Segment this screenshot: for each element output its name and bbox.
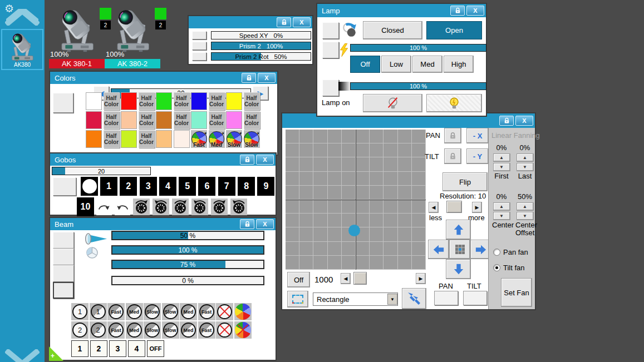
color-cell[interactable]: Half Color: [104, 92, 120, 110]
color-cell[interactable]: [156, 92, 172, 110]
color-cell[interactable]: [191, 92, 207, 110]
fixture-2-name[interactable]: AK 380-2: [105, 59, 160, 68]
nudge-left-button[interactable]: [428, 240, 449, 259]
color-cell[interactable]: [86, 130, 102, 148]
prism-rot-med-button[interactable]: Med: [126, 321, 143, 339]
fixture-1-name[interactable]: AK 380-1: [49, 59, 105, 68]
prism-rot-ccw-med-button[interactable]: Med: [180, 321, 197, 339]
color-cell[interactable]: [226, 111, 242, 129]
beam-slider-1[interactable]: 50 %: [111, 231, 264, 240]
macro-button-off[interactable]: OFF: [147, 340, 164, 357]
prism-x-button[interactable]: [216, 321, 233, 339]
color-swatch[interactable]: [226, 92, 242, 110]
pan-value-field[interactable]: [434, 291, 458, 305]
beam-flash-button[interactable]: [53, 249, 74, 265]
close-icon[interactable]: X: [256, 155, 274, 165]
beam-slider-4[interactable]: 0 %: [111, 276, 264, 285]
color-cell[interactable]: Half Color: [209, 92, 225, 110]
lamp-window-titlebar[interactable]: Lamp X: [317, 4, 486, 17]
prism-circle-1-button[interactable]: 1: [71, 303, 89, 320]
lock-icon[interactable]: [242, 73, 256, 83]
lamp-strobe-slider[interactable]: 100 %: [350, 82, 486, 90]
position-dot[interactable]: [348, 225, 360, 236]
close-icon[interactable]: X: [515, 116, 533, 126]
color-cell[interactable]: Half Color: [104, 130, 120, 148]
colors-blank-button[interactable]: [53, 93, 73, 113]
color-swatch[interactable]: [156, 111, 172, 129]
half-color-button[interactable]: Half Color: [209, 111, 225, 129]
fan-increase-button[interactable]: ▲: [517, 202, 534, 211]
fan-decrease-button[interactable]: ▼: [493, 163, 510, 171]
gobo-button-10[interactable]: 10: [77, 197, 94, 216]
resolution-more-arrow[interactable]: ▶: [472, 202, 482, 213]
prism-rot-slow-button[interactable]: Slow: [144, 303, 161, 320]
lamp-on-button[interactable]: [426, 94, 482, 112]
half-color-button[interactable]: Half Color: [174, 92, 190, 110]
color-cell[interactable]: Half Color: [104, 111, 120, 129]
prism-x-button[interactable]: [216, 303, 233, 320]
prism-rot-med-button[interactable]: Med: [126, 303, 143, 320]
beam-window-titlebar[interactable]: Beam X: [50, 218, 276, 230]
macro-button-2[interactable]: 2: [90, 340, 107, 357]
slider-prism-2[interactable]: Prism 2100%: [211, 42, 311, 50]
color-swatch[interactable]: [121, 92, 137, 110]
fan-decrease-button[interactable]: ▼: [517, 163, 534, 171]
center-position-button[interactable]: [449, 240, 470, 259]
gobo-button-2[interactable]: 2: [120, 177, 137, 196]
beam-flash-button[interactable]: [53, 282, 74, 299]
slider-speed-xy[interactable]: Speed XY0%: [211, 31, 311, 39]
tilt-lock-button[interactable]: [444, 148, 461, 164]
color-swatch[interactable]: [121, 111, 137, 129]
half-color-button[interactable]: Half Color: [104, 111, 120, 129]
diagonal-move-button[interactable]: [402, 288, 426, 309]
color-cell[interactable]: Med▾: [209, 130, 225, 148]
gobo-button-6[interactable]: 6: [198, 177, 215, 196]
prism-circle-2-button[interactable]: 2: [71, 321, 89, 339]
resolution-less-arrow[interactable]: ◀: [429, 202, 439, 213]
color-cell[interactable]: Slow▾: [226, 130, 242, 148]
gobo-rotation-button[interactable]: [230, 199, 247, 215]
fixture-1[interactable]: 100% AK 380-1: [49, 6, 105, 68]
color-cell[interactable]: Half Color: [139, 111, 155, 129]
color-swatch[interactable]: [86, 111, 102, 129]
nudge-down-button[interactable]: [446, 259, 471, 279]
gobo-rotation-button[interactable]: [133, 199, 150, 215]
half-color-button[interactable]: Half Color: [209, 92, 225, 110]
speed-scroll-right[interactable]: ▶: [416, 273, 426, 284]
gobo-button-9[interactable]: 9: [257, 177, 274, 196]
gobos-blank-button[interactable]: [53, 177, 76, 196]
gobo-button-5[interactable]: 5: [179, 177, 196, 196]
prism-circle-shaded-1-button[interactable]: 1: [90, 303, 107, 320]
color-cell[interactable]: Half Color: [244, 111, 260, 129]
color-cell[interactable]: [86, 92, 102, 110]
prism-rot-ccw-slow-button[interactable]: Slow: [162, 321, 179, 339]
half-color-button[interactable]: Half Color: [139, 92, 155, 110]
set-fan-button[interactable]: Set Fan: [501, 278, 532, 307]
pan-tilt-grid[interactable]: [286, 130, 426, 270]
half-color-button[interactable]: Half Color: [139, 111, 155, 129]
close-icon[interactable]: X: [256, 219, 274, 229]
gobos-window-titlebar[interactable]: Gobos X: [50, 153, 276, 166]
prism-rot-ccw-slow-button[interactable]: Slow: [162, 303, 179, 320]
color-cell[interactable]: [174, 130, 190, 148]
lock-icon[interactable]: [277, 17, 291, 27]
pan-lock-button[interactable]: [444, 128, 461, 143]
lock-icon[interactable]: [450, 6, 465, 16]
speed-window-titlebar[interactable]: X: [189, 16, 312, 28]
color-cell[interactable]: Slow▾: [244, 130, 260, 148]
invert-x-button[interactable]: - X: [466, 128, 489, 143]
gobo-rotation-button[interactable]: [172, 199, 189, 215]
close-icon[interactable]: X: [293, 17, 311, 27]
lamp-speed-off[interactable]: Off: [350, 56, 380, 73]
half-color-button[interactable]: Half Color: [244, 92, 260, 110]
lamp-dimmer-flash-button[interactable]: [322, 42, 339, 58]
color-wheel-slow-button[interactable]: Slow▾: [226, 130, 242, 148]
color-wheel-fast-button[interactable]: Fast▾: [191, 130, 207, 148]
prism-circle-shaded-2-button[interactable]: 2: [90, 321, 107, 339]
fixture-2[interactable]: 100% AK 380-2: [105, 6, 160, 68]
color-cell[interactable]: Half Color: [139, 92, 155, 110]
half-color-button[interactable]: Half Color: [139, 130, 155, 148]
gobo-open-button[interactable]: [81, 177, 98, 196]
half-color-button[interactable]: Half Color: [174, 111, 190, 129]
flash-button-2[interactable]: [192, 42, 207, 50]
